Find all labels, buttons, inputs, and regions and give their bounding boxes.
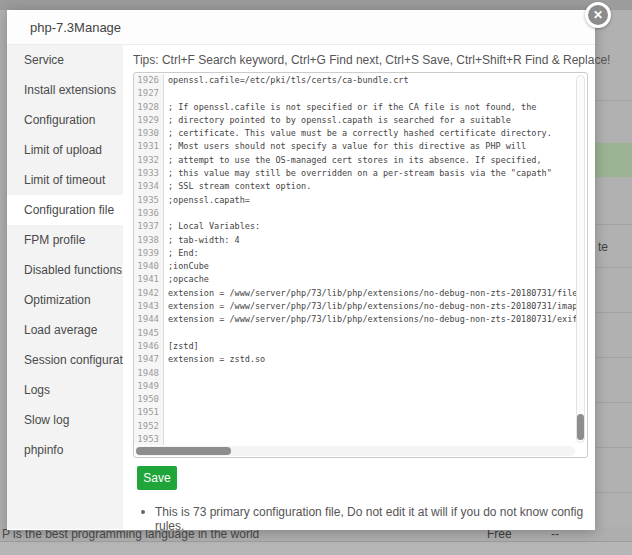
code-line[interactable]: 1939; End:: [134, 247, 576, 260]
code-line[interactable]: 1938; tab-width: 4: [134, 234, 576, 247]
code-text: ; certificate. This value must be a corr…: [164, 127, 576, 140]
code-line[interactable]: 1945: [134, 327, 576, 340]
code-text: ; If openssl.cafile is not specified or …: [164, 101, 576, 114]
code-line[interactable]: 1936: [134, 207, 576, 220]
code-line[interactable]: 1948: [134, 367, 576, 380]
sidebar-item-install-extensions[interactable]: Install extensions: [7, 75, 123, 105]
sidebar-item-optimization[interactable]: Optimization: [7, 285, 123, 315]
horizontal-scrollbar-thumb[interactable]: [136, 447, 231, 455]
code-line[interactable]: 1937; Local Variables:: [134, 220, 576, 233]
sidebar-item-logs[interactable]: Logs: [7, 375, 123, 405]
config-editor[interactable]: 1926openssl.cafile=/etc/pki/tls/certs/ca…: [133, 72, 588, 458]
save-button[interactable]: Save: [137, 466, 177, 490]
editor-tips: Tips: Ctrl+F Search keyword, Ctrl+G Find…: [133, 53, 610, 67]
code-line[interactable]: 1946[zstd]: [134, 340, 576, 353]
code-area[interactable]: 1926openssl.cafile=/etc/pki/tls/certs/ca…: [134, 74, 576, 445]
code-line[interactable]: 1930; certificate. This value must be a …: [134, 127, 576, 140]
modal-sidebar: ServiceInstall extensionsConfigurationLi…: [7, 45, 123, 529]
code-text: openssl.cafile=/etc/pki/tls/certs/ca-bun…: [164, 74, 576, 87]
code-text: [164, 367, 576, 380]
code-line[interactable]: 1953: [134, 433, 576, 445]
code-text: ; this value may still be overridden on …: [164, 167, 576, 180]
code-text: extension = /www/server/php/73/lib/php/e…: [164, 313, 576, 326]
code-text: extension = zstd.so: [164, 353, 576, 366]
php-manage-modal: ✕ php-7.3Manage ServiceInstall extension…: [7, 10, 595, 530]
line-number: 1933: [134, 167, 164, 180]
line-number: 1947: [134, 353, 164, 366]
code-line[interactable]: 1944extension = /www/server/php/73/lib/p…: [134, 313, 576, 326]
code-line[interactable]: 1949: [134, 380, 576, 393]
code-text: [164, 433, 576, 445]
line-number: 1948: [134, 367, 164, 380]
code-line[interactable]: 1931; Most users should not specify a va…: [134, 140, 576, 153]
code-line[interactable]: 1928; If openssl.cafile is not specified…: [134, 101, 576, 114]
line-number: 1926: [134, 74, 164, 87]
sidebar-item-configuration-file[interactable]: Configuration file: [7, 195, 123, 225]
code-text: [164, 87, 576, 100]
line-number: 1946: [134, 340, 164, 353]
code-line[interactable]: 1927: [134, 87, 576, 100]
code-text: [164, 393, 576, 406]
line-number: 1928: [134, 101, 164, 114]
line-number: 1949: [134, 380, 164, 393]
sidebar-item-configuration[interactable]: Configuration: [7, 105, 123, 135]
code-line[interactable]: 1950: [134, 393, 576, 406]
sidebar-item-slow-log[interactable]: Slow log: [7, 405, 123, 435]
line-number: 1935: [134, 194, 164, 207]
code-line[interactable]: 1935;openssl.capath=: [134, 194, 576, 207]
line-number: 1929: [134, 114, 164, 127]
line-number: 1939: [134, 247, 164, 260]
code-line[interactable]: 1942extension = /www/server/php/73/lib/p…: [134, 287, 576, 300]
code-text: extension = /www/server/php/73/lib/php/e…: [164, 287, 576, 300]
line-number: 1953: [134, 433, 164, 445]
sidebar-item-service[interactable]: Service: [7, 45, 123, 75]
code-text: extension = /www/server/php/73/lib/php/e…: [164, 300, 576, 313]
line-number: 1950: [134, 393, 164, 406]
line-number: 1930: [134, 127, 164, 140]
code-line[interactable]: 1932; attempt to use the OS-managed cert…: [134, 154, 576, 167]
horizontal-scrollbar[interactable]: [135, 446, 575, 456]
vertical-scrollbar-thumb[interactable]: [577, 414, 584, 440]
bullet-icon: [141, 510, 145, 514]
sidebar-item-disabled-functions[interactable]: Disabled functions: [7, 255, 123, 285]
modal-title: php-7.3Manage: [7, 10, 595, 45]
line-number: 1942: [134, 287, 164, 300]
background-top-band: [0, 0, 632, 10]
sidebar-item-limit-of-timeout[interactable]: Limit of timeout: [7, 165, 123, 195]
code-line[interactable]: 1933; this value may still be overridden…: [134, 167, 576, 180]
code-line[interactable]: 1941;opcache: [134, 273, 576, 286]
line-number: 1944: [134, 313, 164, 326]
code-text: [164, 420, 576, 433]
code-text: [164, 207, 576, 220]
code-line[interactable]: 1929; directory pointed to by openssl.ca…: [134, 114, 576, 127]
sidebar-item-phpinfo[interactable]: phpinfo: [7, 435, 123, 465]
line-number: 1932: [134, 154, 164, 167]
line-number: 1934: [134, 180, 164, 193]
code-text: ; directory pointed to by openssl.capath…: [164, 114, 576, 127]
code-text: [164, 406, 576, 419]
line-number: 1927: [134, 87, 164, 100]
code-line[interactable]: 1952: [134, 420, 576, 433]
code-text: [164, 327, 576, 340]
code-line[interactable]: 1940;ionCube: [134, 260, 576, 273]
sidebar-item-limit-of-upload[interactable]: Limit of upload: [7, 135, 123, 165]
vertical-scrollbar[interactable]: [576, 75, 585, 443]
sidebar-item-session-configuration[interactable]: Session configuration: [7, 345, 123, 375]
sidebar-item-fpm-profile[interactable]: FPM profile: [7, 225, 123, 255]
code-text: ; tab-width: 4: [164, 234, 576, 247]
code-line[interactable]: 1951: [134, 406, 576, 419]
code-line[interactable]: 1947extension = zstd.so: [134, 353, 576, 366]
code-line[interactable]: 1943extension = /www/server/php/73/lib/p…: [134, 300, 576, 313]
config-note-text: This is 73 primary configuration file, D…: [155, 505, 610, 533]
line-number: 1938: [134, 234, 164, 247]
close-icon[interactable]: ✕: [585, 2, 611, 28]
sidebar-item-load-average[interactable]: Load average: [7, 315, 123, 345]
line-number: 1943: [134, 300, 164, 313]
line-number: 1941: [134, 273, 164, 286]
code-line[interactable]: 1926openssl.cafile=/etc/pki/tls/certs/ca…: [134, 74, 576, 87]
code-line[interactable]: 1934; SSL stream context option.: [134, 180, 576, 193]
line-number: 1937: [134, 220, 164, 233]
line-number: 1940: [134, 260, 164, 273]
background-footer: [0, 542, 632, 555]
line-number: 1945: [134, 327, 164, 340]
